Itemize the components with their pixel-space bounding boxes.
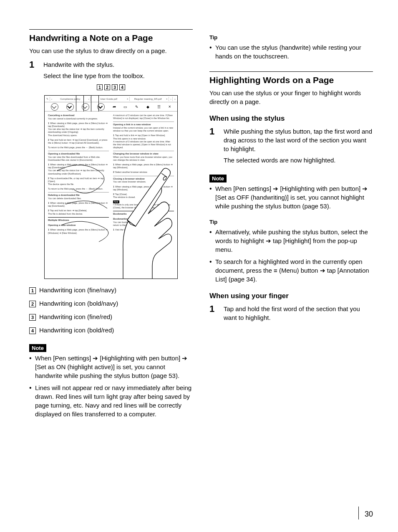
note-item: Lines will not appear red or navy immedi… bbox=[29, 383, 193, 418]
intro-handwriting: You can use the stylus to draw directly … bbox=[29, 46, 193, 55]
fwd-icon: › bbox=[88, 98, 89, 100]
tip-label: Tip bbox=[209, 218, 217, 226]
pen-icon: ✎ bbox=[46, 97, 48, 100]
intro-highlighting: You can use the stylus or your finger to… bbox=[209, 89, 373, 106]
step-1-stylus: 1 While pushing the stylus button, tap t… bbox=[209, 127, 373, 167]
callout-4: 4 bbox=[119, 84, 125, 90]
heading-handwriting: Handwriting a Note on a Page bbox=[29, 29, 193, 43]
note-item: When [Pen settings] ➔ [Highlighting with… bbox=[29, 354, 193, 380]
note-icon: ▭ bbox=[123, 105, 127, 109]
legend-item: 4Handwriting icon (bold/red) bbox=[29, 327, 193, 334]
callout-3: 3 bbox=[112, 84, 118, 90]
step-1-finger: 1 Tap and hold the first word of the sec… bbox=[209, 304, 373, 324]
legend-item: 1Handwriting icon (fine/navy) bbox=[29, 286, 193, 294]
figure-toolbox: ➦ ▭ ✎ ◆ ☰ × bbox=[45, 102, 177, 111]
tip-label: Tip bbox=[209, 33, 217, 41]
marker-icon: ✎ bbox=[135, 105, 139, 109]
heading-highlighting: Highlighting Words on a Page bbox=[209, 71, 373, 85]
subhead-finger: When using your finger bbox=[209, 292, 373, 300]
figure-device: ✎ ‹ Compliance policy › User Guide.pdf ×… bbox=[44, 95, 178, 279]
tab-label: User Guide.pdf bbox=[92, 98, 125, 100]
callout-1: 1 bbox=[97, 84, 103, 90]
step-text: The selected words are now highlighted. bbox=[224, 156, 373, 165]
tab-label: Regular meeting_9/5.pdf bbox=[131, 98, 164, 100]
eraser-icon: ➦ bbox=[113, 104, 116, 109]
pen-bold-navy-icon bbox=[66, 103, 74, 111]
close-tool-icon: × bbox=[169, 104, 171, 109]
page-number: 30 bbox=[358, 507, 373, 519]
step-1-handwriting: 1 Handwrite with the stylus. Select the … bbox=[29, 60, 193, 83]
figure-page-content: Canceling a downloadYou can cancel a dow… bbox=[45, 111, 177, 274]
pen-fine-navy-icon bbox=[51, 103, 58, 111]
back-icon: ‹ bbox=[51, 98, 52, 100]
note-label: Note bbox=[29, 344, 46, 352]
close-icon: × bbox=[166, 98, 168, 100]
step-text: Tap and hold the first word of the secti… bbox=[224, 304, 373, 322]
note-item: When [Pen settings] ➔ [Highlighting with… bbox=[209, 184, 373, 210]
tab-label: Compliance policy bbox=[53, 98, 87, 100]
step-text: Handwrite with the stylus. bbox=[43, 60, 145, 69]
legend-item: 3Handwriting icon (fine/red) bbox=[29, 313, 193, 321]
highlight-icon: ◆ bbox=[146, 105, 149, 109]
pen-fine-red-icon bbox=[82, 103, 89, 111]
tip-item: To search for a highlighted word in the … bbox=[209, 257, 373, 284]
tip-item: You can use the stylus (handwrite) while… bbox=[209, 43, 373, 61]
step-number: 1 bbox=[209, 304, 217, 324]
fwd-icon: › bbox=[170, 98, 171, 100]
step-text: Select the line type from the toolbox. bbox=[43, 71, 145, 80]
callout-2: 2 bbox=[104, 84, 110, 90]
toc-icon: ☰ bbox=[157, 105, 161, 109]
figure-tabbar: ✎ ‹ Compliance policy › User Guide.pdf ×… bbox=[45, 96, 177, 102]
step-text: While pushing the stylus button, tap the… bbox=[224, 127, 373, 153]
subhead-stylus: When using the stylus bbox=[209, 114, 373, 123]
figure-callouts: 1 2 3 4 bbox=[44, 84, 178, 90]
close-icon: × bbox=[127, 98, 128, 100]
note-label: Note bbox=[209, 175, 227, 182]
home-icon: ⌂ bbox=[174, 98, 176, 100]
tip-item: Alternatively, while pushing the stylus … bbox=[209, 228, 373, 254]
step-number: 1 bbox=[209, 127, 217, 167]
legend-item: 2Handwriting icon (bold/navy) bbox=[29, 300, 193, 307]
step-number: 1 bbox=[29, 60, 37, 83]
